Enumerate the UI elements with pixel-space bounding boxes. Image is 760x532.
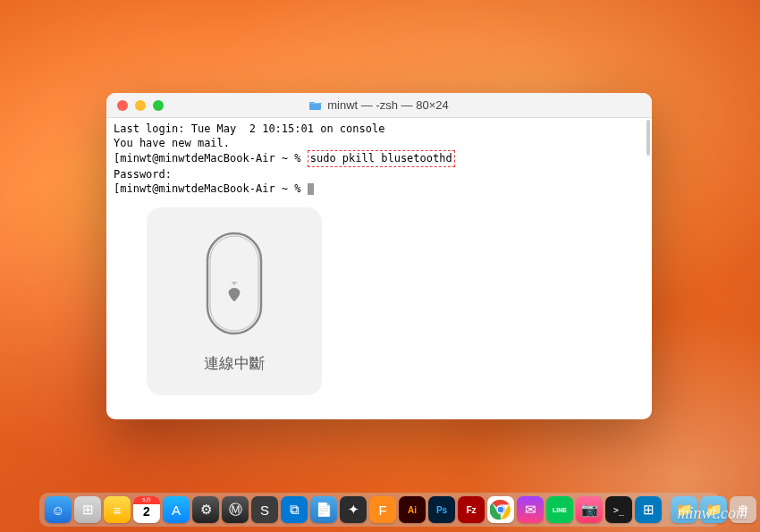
dock-sublime[interactable]: S [251, 496, 278, 523]
dock-trello[interactable]: ⊞ [635, 496, 662, 523]
dock-vscode[interactable]: ⧉ [281, 496, 308, 523]
minimize-button[interactable] [135, 100, 146, 111]
dock-finder[interactable]: ☺ [45, 496, 72, 523]
dock-forklift[interactable]: F [369, 496, 396, 523]
terminal-window: minwt — -zsh — 80×24 Last login: Tue May… [106, 93, 652, 419]
dock-terminal[interactable]: >_ [605, 496, 632, 523]
dock-line[interactable]: LINE [546, 496, 573, 523]
dock-notes-yellow[interactable]: ≡ [104, 496, 131, 523]
dock-messenger[interactable]: ✉ [517, 496, 544, 523]
dock-settings[interactable]: ⚙ [192, 496, 219, 523]
dock-launchpad[interactable]: ⊞ [74, 496, 101, 523]
mouse-icon [202, 230, 266, 337]
dock-app-store[interactable]: A [163, 496, 190, 523]
titlebar[interactable]: minwt — -zsh — 80×24 [106, 93, 652, 118]
dock-photobooth[interactable]: 📷 [576, 496, 603, 523]
dock-mamp[interactable]: Ⓜ [222, 496, 249, 523]
term-line-login: Last login: Tue May 2 10:15:01 on consol… [114, 122, 645, 136]
watermark: minwt.com [678, 504, 748, 523]
scrollbar[interactable] [646, 120, 650, 156]
dock-illustrator[interactable]: Ai [399, 496, 426, 523]
window-controls [117, 100, 164, 111]
disconnect-label: 連線中斷 [204, 353, 265, 374]
command-highlight: sudo pkill blusetoothd [308, 150, 455, 166]
folder-icon [309, 100, 322, 110]
term-line-command: [minwt@minwtdeMacBook-Air ~ % sudo pkill… [114, 150, 645, 166]
dock: ☺⊞≡5月2A⚙ⓂS⧉📄✦FAiPsFz✉LINE📷>_⊞📁📁🗑 [39, 493, 721, 527]
dock-filezilla[interactable]: Fz [458, 496, 485, 523]
dock-chrome[interactable] [487, 496, 514, 523]
window-title: minwt — -zsh — 80×24 [106, 98, 652, 112]
mouse-disconnect-overlay: 連線中斷 [147, 207, 322, 395]
terminal-content[interactable]: Last login: Tue May 2 10:15:01 on consol… [106, 118, 652, 419]
dock-notes2[interactable]: 📄 [310, 496, 337, 523]
title-text: minwt — -zsh — 80×24 [327, 98, 448, 112]
close-button[interactable] [117, 100, 128, 111]
zoom-button[interactable] [153, 100, 164, 111]
dock-photoshop[interactable]: Ps [428, 496, 455, 523]
dock-figma[interactable]: ✦ [340, 496, 367, 523]
cursor [308, 183, 314, 195]
dock-calendar[interactable]: 5月2 [133, 496, 160, 523]
svg-point-4 [497, 506, 504, 513]
term-line-password: Password: [114, 167, 645, 182]
term-line-mail: You have new mail. [114, 136, 645, 150]
term-line-prompt: [minwt@minwtdeMacBook-Air ~ % [114, 182, 645, 196]
